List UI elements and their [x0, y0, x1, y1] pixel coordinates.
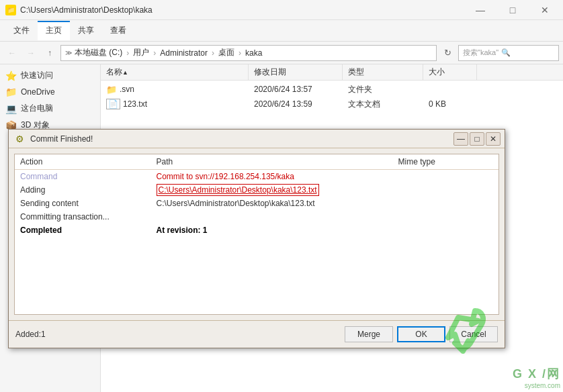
dialog-content: Action Path Mime type Command Commit to …	[9, 148, 505, 320]
path-adding-text: C:\Users\Administrator\Desktop\kaka\123.…	[157, 184, 319, 196]
dialog-overlay: ⚙ Commit Finished! — □ ✕ Action	[0, 0, 563, 392]
ok-button[interactable]: OK	[397, 326, 445, 342]
green-arrow-decoration	[435, 304, 488, 315]
path-sending-text: C:\Users\Administrator\Desktop\kaka\123.…	[157, 199, 315, 208]
explorer-window: 📁 C:\Users\Administrator\Desktop\kaka — …	[0, 0, 563, 392]
col-action-header: Action	[15, 154, 151, 170]
path-sending: C:\Users\Administrator\Desktop\kaka\123.…	[151, 197, 393, 210]
col-mime-header: Mime type	[393, 154, 499, 170]
dialog-bottom: Added:1 Merge OK Cancel	[9, 320, 505, 348]
dialog-titlebar: ⚙ Commit Finished! — □ ✕	[9, 130, 505, 148]
action-completed: Completed	[15, 224, 151, 237]
log-row-command: Command Commit to svn://192.168.254.135/…	[15, 170, 499, 184]
log-table-body: Command Commit to svn://192.168.254.135/…	[15, 170, 499, 238]
log-row-sending: Sending content C:\Users\Administrator\D…	[15, 197, 499, 210]
commit-dialog: ⚙ Commit Finished! — □ ✕ Action	[8, 129, 505, 348]
dialog-status: Added:1	[15, 330, 46, 339]
merge-button[interactable]: Merge	[345, 326, 393, 342]
dialog-icon: ⚙	[15, 134, 26, 144]
log-row-completed: Completed At revision: 1	[15, 224, 499, 237]
path-command: Commit to svn://192.168.254.135/kaka	[151, 170, 393, 184]
dialog-minimize-button[interactable]: —	[453, 132, 468, 146]
col-path-header: Path	[151, 154, 393, 170]
dialog-maximize-button[interactable]: □	[470, 132, 484, 146]
log-row-adding: Adding C:\Users\Administrator\Desktop\ka…	[15, 183, 499, 197]
action-committing: Committing transaction...	[15, 210, 151, 224]
log-row-committing: Committing transaction...	[15, 210, 499, 224]
action-command: Command	[15, 170, 151, 184]
path-link-command[interactable]: Commit to svn://192.168.254.135/kaka	[157, 172, 294, 181]
path-completed-text: At revision: 1	[157, 226, 208, 235]
action-sending: Sending content	[15, 197, 151, 210]
mime-completed	[393, 224, 499, 237]
path-adding: C:\Users\Administrator\Desktop\kaka\123.…	[151, 183, 393, 197]
log-table: Action Path Mime type Command Commit to …	[15, 154, 499, 237]
dialog-title-left: ⚙ Commit Finished!	[15, 134, 93, 144]
action-adding: Adding	[15, 183, 151, 197]
dialog-title: Commit Finished!	[30, 134, 93, 144]
mime-command	[393, 170, 499, 184]
mime-sending	[393, 197, 499, 210]
mime-committing	[393, 210, 499, 224]
path-completed: At revision: 1	[151, 224, 393, 237]
cancel-button[interactable]: Cancel	[449, 326, 498, 342]
dialog-title-controls: — □ ✕	[453, 132, 501, 146]
dialog-buttons: Merge OK Cancel	[345, 326, 498, 342]
log-table-container: Action Path Mime type Command Commit to …	[14, 154, 499, 315]
dialog-close-button[interactable]: ✕	[486, 132, 501, 146]
mime-adding	[393, 183, 499, 197]
path-committing	[151, 210, 393, 224]
